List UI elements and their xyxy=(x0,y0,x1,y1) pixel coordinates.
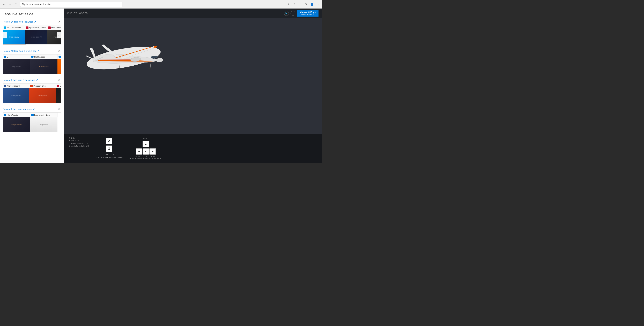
scroll-right-arrow-1[interactable]: › xyxy=(57,32,61,38)
throttle-key-column: A Z xyxy=(106,137,113,152)
back-button[interactable]: ← xyxy=(2,2,6,7)
header-social: 🐦 f Microsoft Edge LEARN MORE → xyxy=(284,10,318,17)
address-bar[interactable]: flightarcade.com/missions/tin xyxy=(20,2,122,7)
twitter-icon[interactable]: 🐦 xyxy=(284,11,289,16)
thumbnails-row-4: Flight Arcade ✈ flight arcade flight arc xyxy=(3,112,61,132)
throttle-keys: A Z xyxy=(106,137,113,152)
ms-edge-badge[interactable]: Microsoft Edge LEARN MORE → xyxy=(297,10,318,17)
tab-title-4-1: Flight Arcade xyxy=(3,112,30,117)
favicon-1-1 xyxy=(4,27,6,29)
restore-link-4[interactable]: Restore 2 tabs from last week ↗ xyxy=(3,108,35,110)
tab-group-4-header: Restore 2 tabs from last week ↗ ⋯ ✕ xyxy=(3,107,61,111)
tab-group-4-thumbnails: Flight Arcade ✈ flight arcade flight arc xyxy=(3,112,61,132)
facebook-icon[interactable]: f xyxy=(290,11,295,16)
restore-label-2: Restore 10 tabs from 2 weeks ago xyxy=(3,50,36,52)
tab-title-1-1: pe | Free calls to xyxy=(3,25,25,30)
tab-group-4-actions: ⋯ ✕ xyxy=(52,107,61,111)
tab-title-3-1: Microsoft Word xyxy=(3,84,29,88)
external-link-icon-4: ↗ xyxy=(33,108,35,110)
restore-link-3[interactable]: Restore 3 tabs from 2 weeks ago ↗ xyxy=(3,79,38,81)
restore-label-1: Restore 26 tabs from last week xyxy=(3,21,33,23)
group3-close-button[interactable]: ✕ xyxy=(58,78,61,82)
refresh-button[interactable]: ↻ xyxy=(14,2,19,7)
favicon-3-1 xyxy=(4,85,6,87)
airplane-display xyxy=(72,17,175,102)
tab-preview-3-1: Word preview xyxy=(3,88,29,103)
tab-group-3: Restore 3 tabs from 2 weeks ago ↗ ⋯ ✕ Mi… xyxy=(3,78,61,103)
pitch-move-desc: MOVE UP AND DOWN, SIDE TO SIDE xyxy=(130,158,162,159)
group2-more-button[interactable]: ⋯ xyxy=(52,49,56,53)
key-a[interactable]: A xyxy=(106,138,112,144)
external-link-icon-2: ↗ xyxy=(37,50,39,52)
tab-thumb-4-2[interactable]: flight arcade - Bing bing search xyxy=(30,112,58,132)
airplane-svg xyxy=(72,17,175,99)
key-left[interactable]: ◄ xyxy=(136,148,142,155)
bookmark-icon[interactable]: ☆ xyxy=(292,2,297,7)
sound-effects-label: OUND EFFECTS: ON xyxy=(69,142,89,144)
tab-title-2-2: Flight Arcade xyxy=(30,55,57,59)
roll-left-label: ROLL xyxy=(136,155,140,157)
favicon-4-2 xyxy=(31,114,34,116)
dpad-group: PITCH ▲ ◄ ▼ ► ROLL PITCH ROLL MOVE UP AN… xyxy=(130,137,162,159)
scroll-left-arrow-1[interactable]: ‹ xyxy=(3,32,7,38)
favicon-3-2 xyxy=(30,85,33,87)
tab-preview-4-2: bing search xyxy=(30,117,58,132)
dpad-controls: ▲ ◄ ▼ ► xyxy=(136,140,156,155)
roll-right-label: ROLL xyxy=(151,155,156,157)
edit-icon[interactable]: ✎ xyxy=(304,2,308,7)
external-link-icon-1: ↗ xyxy=(34,21,36,23)
tab-preview-2-2: ✈ flight arcade xyxy=(30,59,58,74)
throttle-key-group: A Z THROTTLE CONTROL THE ENGINE SPEED xyxy=(96,137,122,158)
key-z[interactable]: Z xyxy=(106,145,112,152)
restore-link-2[interactable]: Restore 10 tabs from 2 weeks ago ↗ xyxy=(3,50,39,52)
restore-label-4: Restore 2 tabs from last week xyxy=(3,108,32,110)
sound-settings: OUND MUSIC: ON OUND EFFECTS: ON CE ASSIS… xyxy=(69,137,89,147)
restore-link-1[interactable]: Restore 26 tabs from last week ↗ xyxy=(3,21,36,23)
account-icon[interactable]: 👤 xyxy=(310,2,314,7)
assistance-label: CE ASSISTANCE: ON xyxy=(69,145,89,147)
favicon-2-3 xyxy=(58,56,61,58)
reading-view-icon[interactable]: ☰ xyxy=(298,2,303,7)
throttle-desc: CONTROL THE ENGINE SPEED xyxy=(96,157,122,158)
external-link-icon-3: ↗ xyxy=(36,79,38,81)
restore-label-3: Restore 3 tabs from 2 weeks ago xyxy=(3,79,35,81)
favicon-2-2 xyxy=(31,56,34,58)
group2-close-button[interactable]: ✕ xyxy=(58,49,61,53)
more-icon[interactable]: ⋯ xyxy=(316,2,320,7)
tab-preview-1-2: sports preview xyxy=(25,30,47,44)
main-content: Tabs I've set aside Restore 26 tabs from… xyxy=(0,9,322,163)
favicon-1-2 xyxy=(26,27,28,29)
group4-more-button[interactable]: ⋯ xyxy=(52,107,56,111)
thumbnails-row-2: B bing preview Flight Arcade xyxy=(3,55,61,74)
key-up[interactable]: ▲ xyxy=(142,141,149,147)
tab-preview-3-2: Office preview xyxy=(29,88,56,103)
group1-close-button[interactable]: ✕ xyxy=(58,20,61,24)
key-down[interactable]: ▼ xyxy=(142,148,149,155)
tab-thumb-1-2[interactable]: Sports news, Scores sports preview xyxy=(25,25,47,44)
tab-thumb-2-3[interactable]: Flight Arcade FLIGHT ARCADEPLAY / LEARN xyxy=(58,55,61,74)
tab-thumb-2-2[interactable]: Flight Arcade ✈ flight arcade xyxy=(30,55,58,74)
tab-preview-2-3: FLIGHT ARCADEPLAY / LEARN xyxy=(58,59,61,74)
favicon-4-1 xyxy=(4,114,6,116)
key-right[interactable]: ► xyxy=(149,148,156,155)
tab-title-3-3: Sports news, Scores xyxy=(56,84,61,88)
favorites-icon[interactable]: ◊ xyxy=(286,2,291,7)
tab-thumb-3-2[interactable]: Microsoft Office Office preview xyxy=(29,84,56,103)
flights-logged-label: FLIGHTS LOGGED xyxy=(67,12,88,15)
tab-thumb-4-1[interactable]: Flight Arcade ✈ flight arcade xyxy=(3,112,30,132)
toolbar-icons: ◊ ☆ ☰ ✎ 👤 ⋯ xyxy=(286,2,320,7)
svg-point-3 xyxy=(148,68,151,69)
group4-close-button[interactable]: ✕ xyxy=(58,107,61,111)
throttle-label: THROTTLE xyxy=(104,154,114,155)
scrollbar-thumb-1 xyxy=(3,44,26,45)
tab-thumb-3-1[interactable]: Microsoft Word Word preview xyxy=(3,84,29,103)
scrollbar-1 xyxy=(3,44,61,45)
forward-button[interactable]: → xyxy=(8,2,12,7)
group3-more-button[interactable]: ⋯ xyxy=(52,78,56,82)
group1-more-button[interactable]: ⋯ xyxy=(52,20,56,24)
left-panel: Tabs I've set aside Restore 26 tabs from… xyxy=(0,9,64,163)
tab-thumb-2-1[interactable]: B bing preview xyxy=(3,55,30,74)
tab-thumb-3-3[interactable]: Sports news, Scores sports preview xyxy=(56,84,61,103)
tab-group-3-actions: ⋯ ✕ xyxy=(52,78,61,82)
dpad-empty-top-left xyxy=(136,140,142,147)
